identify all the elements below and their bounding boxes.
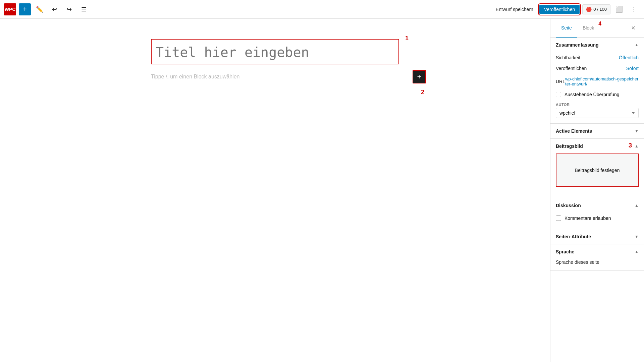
more-options-button[interactable]: ⋮ (628, 3, 640, 15)
sichtbarkeit-row: Sichtbarkeit Öffentlich (556, 52, 639, 63)
zusammenfassung-section: Zusammenfassung ▲ Sichtbarkeit Öffentlic… (550, 38, 644, 124)
sidebar: Seite Block 4 × Zusammenfassung ▲ Sichtb… (550, 19, 644, 362)
zusammenfassung-header[interactable]: Zusammenfassung ▲ (550, 38, 644, 52)
sidebar-header: Seite Block 4 × (550, 19, 644, 38)
toolbar-right: Entwurf speichern Veröffentlichen 🔴 0 / … (492, 3, 640, 15)
sprache-chevron: ▲ (635, 249, 639, 254)
main-area: 1 Tippe /, um einen Block auszuwählen + … (0, 19, 644, 362)
active-elements-title: Active Elements (556, 128, 592, 134)
beitragsbild-section: Beitragsbild ▲ 3 Beitragsbild festlegen (550, 139, 644, 198)
autor-label: AUTOR (556, 100, 639, 108)
tab-seite[interactable]: Seite (556, 19, 577, 38)
diskussion-header[interactable]: Diskussion ▲ (550, 198, 644, 213)
active-elements-chevron: ▼ (635, 129, 639, 133)
url-label: URL (556, 79, 565, 84)
url-value[interactable]: wp-chief.com/automatisch-gespeicherter-e… (565, 76, 639, 86)
redo-button[interactable]: ↪ (63, 3, 75, 15)
kommentare-row: Kommentare erlauben (556, 213, 639, 224)
readability-score: 0 / 100 (593, 7, 607, 12)
beitragsbild-chevron: ▲ (635, 144, 639, 148)
wpc-logo: WPC (4, 3, 16, 15)
editor-area: 1 Tippe /, um einen Block auszuwählen + … (0, 19, 550, 362)
ausstehende-checkbox[interactable] (556, 92, 561, 97)
save-draft-button[interactable]: Entwurf speichern (492, 5, 537, 14)
block-placeholder-area: Tippe /, um einen Block auszuwählen + 2 (151, 74, 399, 80)
annotation-4: 4 (598, 21, 601, 27)
sprache-title: Sprache (556, 249, 574, 254)
autor-select[interactable]: wpchief (556, 108, 639, 118)
featured-image-button[interactable]: Beitragsbild festlegen (556, 154, 639, 187)
sprache-header[interactable]: Sprache ▲ (550, 244, 644, 259)
tab-block[interactable]: Block 4 (577, 19, 599, 38)
seiten-attribute-header[interactable]: Seiten-Attribute ▼ (550, 229, 644, 244)
active-elements-section: Active Elements ▼ (550, 124, 644, 139)
zusammenfassung-content: Sichtbarkeit Öffentlich Veröffentlichen … (550, 52, 644, 123)
add-block-button[interactable]: + (19, 3, 31, 15)
annotation-1: 1 (405, 35, 409, 42)
sprache-section: Sprache ▲ Sprache dieses seite (550, 244, 644, 271)
readability-icon: 🔴 (586, 7, 592, 12)
kommentare-label: Kommentare erlauben (565, 216, 611, 221)
diskussion-section: Diskussion ▲ Kommentare erlauben (550, 198, 644, 229)
annotation-3: 3 (629, 142, 632, 149)
featured-image-area: Beitragsbild festlegen (550, 154, 644, 198)
toolbar-left: WPC + ✏️ ↩ ↪ ☰ (4, 3, 490, 15)
ausstehende-label: Ausstehende Überprüfung (565, 92, 619, 97)
title-wrapper: 1 (151, 39, 399, 66)
editor-inner: 1 Tippe /, um einen Block auszuwählen + … (151, 39, 399, 80)
readability-button[interactable]: 🔴 0 / 100 (582, 4, 610, 14)
sprache-content: Sprache dieses seite (550, 259, 644, 270)
ausstehende-row: Ausstehende Überprüfung (556, 89, 639, 100)
undo-button[interactable]: ↩ (48, 3, 60, 15)
sichtbarkeit-label: Sichtbarkeit (556, 55, 580, 60)
add-inline-block-button[interactable]: + (413, 70, 426, 83)
zusammenfassung-chevron: ▲ (635, 43, 639, 47)
seiten-attribute-section: Seiten-Attribute ▼ (550, 229, 644, 244)
active-elements-header[interactable]: Active Elements ▼ (550, 124, 644, 138)
kommentare-checkbox[interactable] (556, 216, 561, 221)
annotation-2: 2 (416, 89, 429, 96)
block-placeholder-text: Tippe /, um einen Block auszuwählen (151, 74, 239, 80)
toolbar: WPC + ✏️ ↩ ↪ ☰ Entwurf speichern Veröffe… (0, 0, 644, 19)
zusammenfassung-title: Zusammenfassung (556, 42, 599, 48)
sidebar-close-button[interactable]: × (628, 23, 639, 34)
veroeffentlichen-row: Veröffentlichen Sofort (556, 63, 639, 74)
sprache-seite-label: Sprache dieses seite (556, 259, 599, 265)
seiten-attribute-chevron: ▼ (635, 234, 639, 239)
beitragsbild-title: Beitragsbild (556, 143, 583, 149)
edit-tool-button[interactable]: ✏️ (34, 3, 46, 15)
veroeffentlichen-label: Veröffentlichen (556, 66, 587, 71)
sichtbarkeit-value[interactable]: Öffentlich (619, 55, 639, 60)
publish-button[interactable]: Veröffentlichen (539, 5, 580, 14)
url-row: URL wp-chief.com/automatisch-gespeichert… (556, 74, 639, 89)
list-view-button[interactable]: ☰ (78, 3, 90, 15)
post-title-input[interactable] (151, 39, 399, 64)
diskussion-title: Diskussion (556, 203, 581, 208)
settings-panel-button[interactable]: ⬜ (613, 3, 625, 15)
veroeffentlichen-value[interactable]: Sofort (626, 66, 639, 71)
seiten-attribute-title: Seiten-Attribute (556, 234, 591, 239)
diskussion-chevron: ▲ (635, 203, 639, 208)
diskussion-content: Kommentare erlauben (550, 213, 644, 229)
